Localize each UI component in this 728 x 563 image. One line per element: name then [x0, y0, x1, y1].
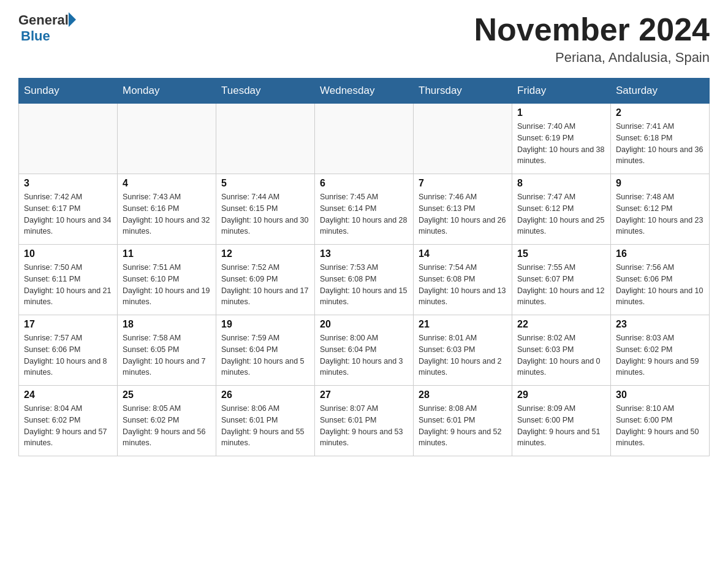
- calendar-cell: 10Sunrise: 7:50 AMSunset: 6:11 PMDayligh…: [19, 245, 118, 315]
- calendar-header-friday: Friday: [512, 79, 611, 104]
- day-number: 11: [123, 248, 211, 259]
- calendar-cell: 2Sunrise: 7:41 AMSunset: 6:18 PMDaylight…: [611, 104, 710, 174]
- calendar-header-row: SundayMondayTuesdayWednesdayThursdayFrid…: [19, 79, 710, 104]
- day-info: Sunrise: 8:02 AMSunset: 6:03 PMDaylight:…: [517, 332, 605, 378]
- day-info: Sunrise: 7:44 AMSunset: 6:15 PMDaylight:…: [221, 191, 309, 237]
- day-info: Sunrise: 7:54 AMSunset: 6:08 PMDaylight:…: [419, 262, 507, 308]
- day-number: 5: [221, 178, 309, 189]
- calendar-cell: [19, 104, 118, 174]
- page-header: General Blue November 2024 Periana, Anda…: [18, 12, 710, 66]
- day-info: Sunrise: 8:05 AMSunset: 6:02 PMDaylight:…: [123, 403, 211, 449]
- day-number: 14: [419, 248, 507, 259]
- day-number: 1: [517, 107, 605, 118]
- calendar-cell: 24Sunrise: 8:04 AMSunset: 6:02 PMDayligh…: [19, 386, 118, 456]
- day-info: Sunrise: 8:01 AMSunset: 6:03 PMDaylight:…: [419, 332, 507, 378]
- day-number: 22: [517, 319, 605, 330]
- day-info: Sunrise: 7:58 AMSunset: 6:05 PMDaylight:…: [123, 332, 211, 378]
- logo-arrow-icon: [69, 12, 76, 27]
- logo: General Blue: [18, 12, 76, 44]
- day-number: 6: [320, 178, 408, 189]
- calendar-cell: 22Sunrise: 8:02 AMSunset: 6:03 PMDayligh…: [512, 315, 611, 386]
- calendar-cell: 25Sunrise: 8:05 AMSunset: 6:02 PMDayligh…: [118, 386, 216, 456]
- calendar-cell: 27Sunrise: 8:07 AMSunset: 6:01 PMDayligh…: [315, 386, 414, 456]
- calendar-cell: 28Sunrise: 8:08 AMSunset: 6:01 PMDayligh…: [414, 386, 512, 456]
- week-row-1: 1Sunrise: 7:40 AMSunset: 6:19 PMDaylight…: [19, 104, 710, 174]
- day-number: 20: [320, 319, 408, 330]
- day-number: 10: [24, 248, 112, 259]
- calendar-cell: [414, 104, 512, 174]
- day-info: Sunrise: 7:53 AMSunset: 6:08 PMDaylight:…: [320, 262, 408, 308]
- calendar-cell: 16Sunrise: 7:56 AMSunset: 6:06 PMDayligh…: [611, 245, 710, 315]
- calendar-cell: 12Sunrise: 7:52 AMSunset: 6:09 PMDayligh…: [216, 245, 315, 315]
- calendar-cell: 13Sunrise: 7:53 AMSunset: 6:08 PMDayligh…: [315, 245, 414, 315]
- day-info: Sunrise: 7:40 AMSunset: 6:19 PMDaylight:…: [517, 121, 605, 167]
- day-info: Sunrise: 7:42 AMSunset: 6:17 PMDaylight:…: [24, 191, 112, 237]
- day-info: Sunrise: 7:55 AMSunset: 6:07 PMDaylight:…: [517, 262, 605, 308]
- calendar-cell: 21Sunrise: 8:01 AMSunset: 6:03 PMDayligh…: [414, 315, 512, 386]
- calendar-cell: 26Sunrise: 8:06 AMSunset: 6:01 PMDayligh…: [216, 386, 315, 456]
- day-number: 12: [221, 248, 309, 259]
- day-number: 25: [123, 389, 211, 400]
- day-info: Sunrise: 7:57 AMSunset: 6:06 PMDaylight:…: [24, 332, 112, 378]
- title-section: November 2024 Periana, Andalusia, Spain: [474, 12, 710, 66]
- week-row-3: 10Sunrise: 7:50 AMSunset: 6:11 PMDayligh…: [19, 245, 710, 315]
- calendar-header-tuesday: Tuesday: [216, 79, 315, 104]
- day-number: 30: [616, 389, 704, 400]
- day-info: Sunrise: 7:45 AMSunset: 6:14 PMDaylight:…: [320, 191, 408, 237]
- day-info: Sunrise: 8:10 AMSunset: 6:00 PMDaylight:…: [616, 403, 704, 449]
- day-info: Sunrise: 7:46 AMSunset: 6:13 PMDaylight:…: [419, 191, 507, 237]
- day-info: Sunrise: 7:59 AMSunset: 6:04 PMDaylight:…: [221, 332, 309, 378]
- day-info: Sunrise: 7:47 AMSunset: 6:12 PMDaylight:…: [517, 191, 605, 237]
- calendar-cell: 7Sunrise: 7:46 AMSunset: 6:13 PMDaylight…: [414, 174, 512, 245]
- calendar-cell: [216, 104, 315, 174]
- day-info: Sunrise: 8:07 AMSunset: 6:01 PMDaylight:…: [320, 403, 408, 449]
- day-number: 18: [123, 319, 211, 330]
- day-number: 3: [24, 178, 112, 189]
- calendar-cell: 18Sunrise: 7:58 AMSunset: 6:05 PMDayligh…: [118, 315, 216, 386]
- day-number: 13: [320, 248, 408, 259]
- day-info: Sunrise: 8:03 AMSunset: 6:02 PMDaylight:…: [616, 332, 704, 378]
- day-number: 17: [24, 319, 112, 330]
- calendar-header-wednesday: Wednesday: [315, 79, 414, 104]
- day-number: 7: [419, 178, 507, 189]
- calendar-header-monday: Monday: [118, 79, 216, 104]
- calendar-table: SundayMondayTuesdayWednesdayThursdayFrid…: [18, 78, 710, 456]
- day-number: 21: [419, 319, 507, 330]
- calendar-cell: 17Sunrise: 7:57 AMSunset: 6:06 PMDayligh…: [19, 315, 118, 386]
- calendar-cell: [315, 104, 414, 174]
- day-number: 8: [517, 178, 605, 189]
- calendar-header-sunday: Sunday: [19, 79, 118, 104]
- day-number: 15: [517, 248, 605, 259]
- day-number: 29: [517, 389, 605, 400]
- calendar-cell: 5Sunrise: 7:44 AMSunset: 6:15 PMDaylight…: [216, 174, 315, 245]
- calendar-cell: 30Sunrise: 8:10 AMSunset: 6:00 PMDayligh…: [611, 386, 710, 456]
- day-number: 19: [221, 319, 309, 330]
- calendar-cell: 1Sunrise: 7:40 AMSunset: 6:19 PMDaylight…: [512, 104, 611, 174]
- calendar-cell: 6Sunrise: 7:45 AMSunset: 6:14 PMDaylight…: [315, 174, 414, 245]
- week-row-5: 24Sunrise: 8:04 AMSunset: 6:02 PMDayligh…: [19, 386, 710, 456]
- day-number: 16: [616, 248, 704, 259]
- day-info: Sunrise: 7:50 AMSunset: 6:11 PMDaylight:…: [24, 262, 112, 308]
- week-row-4: 17Sunrise: 7:57 AMSunset: 6:06 PMDayligh…: [19, 315, 710, 386]
- calendar-cell: 14Sunrise: 7:54 AMSunset: 6:08 PMDayligh…: [414, 245, 512, 315]
- day-info: Sunrise: 7:41 AMSunset: 6:18 PMDaylight:…: [616, 121, 704, 167]
- calendar-cell: 15Sunrise: 7:55 AMSunset: 6:07 PMDayligh…: [512, 245, 611, 315]
- day-info: Sunrise: 7:52 AMSunset: 6:09 PMDaylight:…: [221, 262, 309, 308]
- calendar-cell: 8Sunrise: 7:47 AMSunset: 6:12 PMDaylight…: [512, 174, 611, 245]
- calendar-cell: [118, 104, 216, 174]
- calendar-cell: 23Sunrise: 8:03 AMSunset: 6:02 PMDayligh…: [611, 315, 710, 386]
- day-number: 24: [24, 389, 112, 400]
- day-info: Sunrise: 7:51 AMSunset: 6:10 PMDaylight:…: [123, 262, 211, 308]
- calendar-cell: 4Sunrise: 7:43 AMSunset: 6:16 PMDaylight…: [118, 174, 216, 245]
- day-info: Sunrise: 8:09 AMSunset: 6:00 PMDaylight:…: [517, 403, 605, 449]
- day-number: 23: [616, 319, 704, 330]
- day-number: 9: [616, 178, 704, 189]
- calendar-cell: 19Sunrise: 7:59 AMSunset: 6:04 PMDayligh…: [216, 315, 315, 386]
- logo-blue-text: Blue: [18, 28, 76, 44]
- calendar-cell: 11Sunrise: 7:51 AMSunset: 6:10 PMDayligh…: [118, 245, 216, 315]
- day-number: 2: [616, 107, 704, 118]
- day-info: Sunrise: 8:00 AMSunset: 6:04 PMDaylight:…: [320, 332, 408, 378]
- week-row-2: 3Sunrise: 7:42 AMSunset: 6:17 PMDaylight…: [19, 174, 710, 245]
- calendar-cell: 3Sunrise: 7:42 AMSunset: 6:17 PMDaylight…: [19, 174, 118, 245]
- day-info: Sunrise: 8:06 AMSunset: 6:01 PMDaylight:…: [221, 403, 309, 449]
